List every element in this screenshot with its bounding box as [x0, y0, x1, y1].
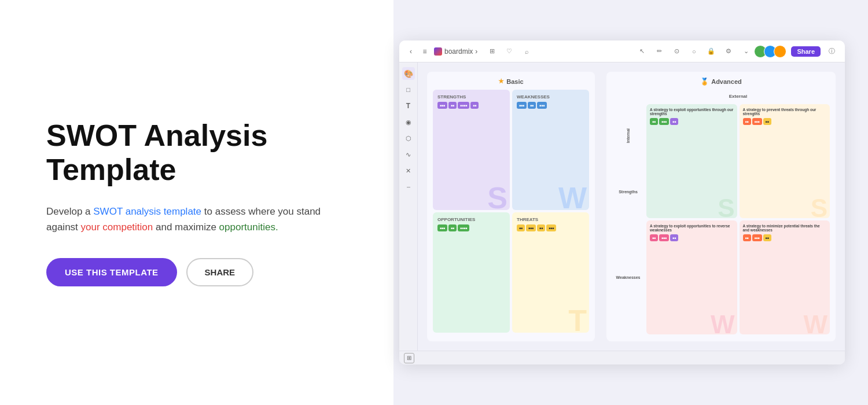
circle-icon[interactable]: ○: [687, 45, 700, 58]
info-icon[interactable]: ⓘ: [825, 45, 838, 58]
sticky-note: ■■: [670, 118, 678, 125]
adv-corner: [612, 90, 644, 102]
opportunities-label: Opportunities: [437, 217, 505, 222]
adv-weak-label-area: Weaknesses: [612, 220, 644, 334]
table-icon[interactable]: ⊞: [486, 45, 498, 58]
int-label: Internal: [626, 128, 630, 143]
sticky-note: ■■: [763, 118, 771, 125]
advanced-board-label: 🏅 Advanced: [612, 78, 830, 86]
sticky-note: ■■■■: [458, 102, 469, 109]
big-w: W: [558, 183, 587, 210]
sticky-note: ■■: [517, 224, 525, 231]
cell-opportunities: Opportunities ■■■ ■■ ■■■■: [433, 212, 510, 333]
button-row: USE THIS TEMPLATE SHARE: [46, 258, 347, 286]
adv-grid: External Internal Strengths Weaknesses: [612, 90, 830, 334]
adv-int-str-area: Internal Strengths: [612, 104, 644, 218]
sticky-note: ■■■: [752, 118, 762, 125]
settings-icon[interactable]: ⚙: [722, 45, 735, 58]
adv-thr-weak-title: A strategy to minimize potential threats…: [743, 224, 827, 232]
adv-cell-opp-str: A strategy to exploit opportunities thro…: [646, 104, 737, 218]
description-text: Develop a SWOT analysis template to asse…: [46, 204, 324, 235]
threats-label: Threats: [517, 217, 584, 222]
sticky-note: ■■: [743, 234, 751, 241]
sticky-note: ■■: [528, 102, 536, 109]
ext-label: External: [729, 94, 748, 99]
adv-big-w: W: [711, 312, 735, 334]
sticky-note: ■■: [763, 234, 771, 241]
big-t: T: [568, 305, 587, 333]
use-template-button[interactable]: USE THIS TEMPLATE: [46, 258, 177, 286]
avatar-3: [774, 45, 786, 58]
sticky-note: ■■■: [659, 234, 669, 241]
canvas-sidebar: 🎨 □ T ◉ ⬡ ∿ ✕ ···: [399, 62, 418, 351]
right-panel: ‹ ≡ boardmix › ⊞ ♡ ⌕ ↖ ✏ ⊙ ○ 🔒 ⚙ ⌄: [393, 0, 868, 405]
breadcrumb: boardmix ›: [434, 47, 477, 56]
boards-container: ★ Basic Strengths ■■■ ■■ ■■■■: [427, 72, 836, 341]
page-title: SWOT Analysis Template: [46, 119, 347, 188]
cell-threats: Threats ■■ ■■■ ■■ ■■■ T: [512, 212, 589, 333]
cursor-icon[interactable]: ↖: [635, 45, 648, 58]
sticky-note: ■■■: [437, 224, 447, 231]
opportunities-stickies: ■■■ ■■ ■■■■: [437, 224, 505, 233]
adv-big-s: S: [718, 196, 734, 218]
sidebar-more-icon[interactable]: ···: [402, 181, 415, 193]
sidebar-text-icon[interactable]: T: [402, 100, 415, 112]
sticky-note: ■■■: [437, 102, 447, 109]
sidebar-shapes-icon[interactable]: □: [402, 83, 415, 96]
adv-thr-str-stickies: ■■ ■■■ ■■: [743, 118, 827, 126]
sticky-note: ■■■: [517, 102, 527, 109]
sidebar-cross-icon[interactable]: ✕: [402, 164, 415, 177]
sidebar-note-icon[interactable]: ◉: [402, 116, 415, 128]
sticky-note: ■■: [448, 102, 457, 109]
adv-cell-thr-str: A strategy to prevent threats through ou…: [740, 104, 830, 218]
heart-icon[interactable]: ♡: [503, 45, 516, 58]
browser-share-button[interactable]: Share: [791, 46, 821, 57]
weaknesses-label: Weaknesses: [517, 94, 584, 100]
sidebar-link-icon[interactable]: ⬡: [402, 132, 415, 145]
avatar-group: [757, 45, 786, 58]
star-icon: ★: [498, 78, 504, 85]
menu-icon[interactable]: ≡: [420, 47, 429, 56]
adv-cell-opp-weak: A strategy to exploit opportunities to r…: [646, 220, 737, 334]
sticky-note: ■■: [448, 224, 457, 231]
adv-opp-weak-stickies: ■■ ■■■ ■■: [650, 234, 734, 242]
strengths-stickies: ■■■ ■■ ■■■■ ■■: [437, 102, 505, 110]
sticky-note: ■■■: [526, 224, 536, 231]
basic-swot-grid: Strengths ■■■ ■■ ■■■■ ■■ S: [433, 90, 589, 333]
chevron-icon[interactable]: ⌄: [740, 45, 752, 58]
share-button[interactable]: SHARE: [186, 258, 254, 286]
toolbar-middle: ⊞ ♡ ⌕: [486, 45, 533, 58]
sidebar-color-icon[interactable]: 🎨: [402, 67, 415, 80]
lock-icon[interactable]: 🔒: [705, 45, 718, 58]
weak-label: Weaknesses: [616, 275, 641, 279]
advanced-board: 🏅 Advanced External: [606, 72, 836, 341]
adv-opp-str-stickies: ■■ ■■■ ■■: [650, 118, 734, 126]
pen-icon[interactable]: ✏: [653, 45, 665, 58]
browser-window: ‹ ≡ boardmix › ⊞ ♡ ⌕ ↖ ✏ ⊙ ○ 🔒 ⚙ ⌄: [399, 41, 845, 365]
brand-logo: [434, 47, 442, 56]
adv-big-w2: W: [803, 312, 827, 334]
advanced-emoji: 🏅: [700, 78, 709, 86]
sticky-note: ■■: [650, 234, 658, 241]
strengths-label: Strengths: [437, 94, 505, 100]
advanced-label-text: Advanced: [711, 78, 742, 85]
adv-thr-str-title: A strategy to prevent threats through ou…: [743, 108, 827, 116]
back-icon[interactable]: ‹: [406, 47, 415, 56]
threats-stickies: ■■ ■■■ ■■ ■■■: [517, 224, 584, 233]
adv-opp-str-title: A strategy to exploit opportunities thro…: [650, 108, 734, 116]
adv-thr-weak-stickies: ■■ ■■■ ■■: [743, 234, 827, 242]
adv-external-header: External: [646, 90, 830, 102]
sticky-note: ■■: [670, 234, 678, 241]
sticky-note: ■■■■: [458, 224, 469, 231]
browser-toolbar: ‹ ≡ boardmix › ⊞ ♡ ⌕ ↖ ✏ ⊙ ○ 🔒 ⚙ ⌄: [399, 41, 845, 62]
copy-icon[interactable]: ⊙: [670, 45, 683, 58]
sticky-note: ■■■: [752, 234, 762, 241]
zoom-icon[interactable]: ⊞: [404, 353, 414, 363]
toolbar-right: ↖ ✏ ⊙ ○ 🔒 ⚙ ⌄ Share ⓘ: [635, 45, 838, 58]
sticky-note: ■■■: [546, 224, 556, 231]
sidebar-pen-icon[interactable]: ∿: [402, 148, 415, 161]
toolbar-left: ‹ ≡ boardmix ›: [406, 47, 477, 56]
search-icon[interactable]: ⌕: [520, 45, 533, 58]
cell-weaknesses: Weaknesses ■■■ ■■ ■■■ W: [512, 90, 589, 210]
browser-content: 🎨 □ T ◉ ⬡ ∿ ✕ ··· ★ Basic: [399, 62, 845, 351]
